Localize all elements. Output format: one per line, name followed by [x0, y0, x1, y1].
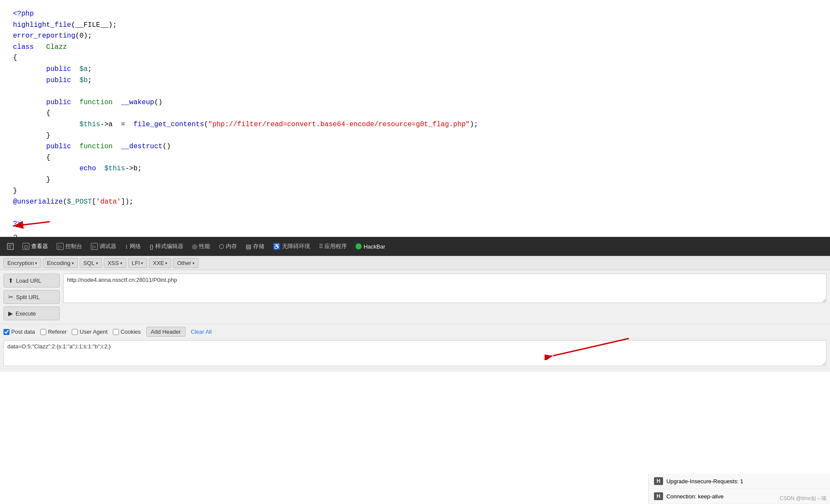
xss-chevron: ▾ — [120, 261, 122, 265]
error-fn: error_reporting — [13, 32, 75, 40]
referer-check[interactable] — [40, 329, 46, 335]
console-icon: ▷ — [57, 243, 64, 250]
post-data-check[interactable] — [3, 329, 10, 335]
class-keyword: class — [13, 43, 34, 51]
execute-button[interactable]: ▶ Execute — [3, 306, 60, 320]
storage-label: 存储 — [253, 242, 264, 250]
devtools-tab-console[interactable]: ▷ 控制台 — [53, 241, 86, 252]
url-input[interactable] — [63, 274, 827, 303]
lfi-menu[interactable]: LFI ▾ — [128, 258, 147, 268]
post-data-checkbox[interactable]: Post data — [3, 329, 35, 335]
php-close-tag: ?> — [13, 220, 21, 228]
highlight-fn: highlight_file — [13, 21, 71, 29]
style-icon: {} — [150, 243, 154, 250]
post-data-input[interactable] — [3, 340, 827, 366]
devtools-inspector-icon[interactable] — [3, 241, 17, 252]
clear-all-link[interactable]: Clear All — [191, 329, 212, 335]
load-url-icon: ⬆ — [8, 277, 13, 284]
hackbar-menu: Encryption ▾ Encoding ▾ SQL ▾ XSS ▾ LFI … — [0, 256, 830, 270]
action-buttons: ⬆ Load URL ✂ Split URL ▶ Execute — [3, 274, 60, 320]
header-badge-1: H — [654, 477, 663, 485]
destruct-fn: __destruct — [121, 143, 163, 150]
sql-menu[interactable]: SQL ▾ — [80, 258, 102, 268]
devtools-tab-viewer[interactable]: ◻ 查看器 — [19, 241, 51, 252]
cookies-check[interactable] — [113, 329, 119, 335]
hackbar-label: HackBar — [364, 243, 385, 250]
perf-label: 性能 — [199, 242, 210, 250]
user-agent-check[interactable] — [72, 329, 78, 335]
devtools-tab-performance[interactable]: ◎ 性能 — [189, 241, 214, 252]
wakeup-fn: __wakeup — [121, 99, 154, 106]
devtools-toolbar: ◻ 查看器 ▷ 控制台 ▷ 调试器 ↕ 网络 {} 样式编辑器 ◎ 性能 ⬡ 内… — [0, 237, 830, 256]
network-icon: ↕ — [125, 243, 128, 250]
storage-icon: ▤ — [246, 243, 251, 250]
viewer-label: 查看器 — [31, 242, 48, 250]
output-value: 2 — [13, 232, 817, 237]
encoding-menu[interactable]: Encoding ▾ — [43, 258, 77, 268]
debugger-icon: ▷ — [91, 243, 98, 250]
function-keyword-2: function — [80, 143, 113, 150]
class-name: Clazz — [46, 43, 67, 51]
other-chevron: ▾ — [192, 261, 195, 265]
execute-icon: ▶ — [8, 310, 13, 317]
string-value: "php://filter/read=convert.base64-encode… — [208, 121, 470, 128]
open-brace: { — [13, 54, 17, 62]
devtools-tab-network[interactable]: ↕ 网络 — [122, 241, 144, 252]
user-agent-checkbox[interactable]: User Agent — [72, 329, 107, 335]
hackbar-main: ⬆ Load URL ✂ Split URL ▶ Execute — [0, 270, 830, 324]
network-label: 网络 — [130, 242, 141, 250]
memory-label: 内存 — [226, 242, 237, 250]
csdn-watermark: CSDN @time如～嗦 — [780, 495, 827, 502]
encoding-chevron: ▾ — [72, 261, 74, 265]
devtools-tab-accessibility[interactable]: ♿ 无障碍环境 — [269, 241, 314, 252]
split-url-button[interactable]: ✂ Split URL — [3, 290, 60, 304]
function-keyword: function — [80, 99, 113, 106]
header-badge-2: H — [654, 492, 663, 500]
perf-icon: ◎ — [192, 243, 197, 250]
devtools-tab-debugger[interactable]: ▷ 调试器 — [87, 241, 120, 252]
devtools-tab-application[interactable]: ⠿ 应用程序 — [315, 241, 350, 252]
style-label: 样式编辑器 — [155, 242, 183, 250]
url-area — [63, 274, 827, 320]
accessibility-icon: ♿ — [273, 243, 280, 250]
application-icon: ⠿ — [319, 243, 323, 250]
code-display: <?php highlight_file(__FILE__); error_re… — [0, 0, 830, 237]
debugger-label: 调试器 — [99, 242, 116, 250]
devtools-tab-memory[interactable]: ⬡ 内存 — [215, 241, 240, 252]
hackbar-panel: Encryption ▾ Encoding ▾ SQL ▾ XSS ▾ LFI … — [0, 256, 830, 372]
php-open-tag: <?php — [13, 10, 34, 18]
hackbar-icon — [356, 243, 362, 249]
post-data-area — [0, 338, 830, 372]
encryption-menu[interactable]: Encryption ▾ — [3, 258, 41, 268]
sql-chevron: ▾ — [96, 261, 98, 265]
xxe-chevron: ▾ — [165, 261, 167, 265]
devtools-tab-style-editor[interactable]: {} 样式编辑器 — [146, 241, 187, 252]
viewer-icon: ◻ — [22, 243, 29, 250]
referer-checkbox[interactable]: Referer — [40, 329, 67, 335]
load-url-button[interactable]: ⬆ Load URL — [3, 274, 60, 287]
header-row-1: H Upgrade-Insecure-Requests: 1 — [649, 474, 830, 489]
application-label: 应用程序 — [324, 242, 347, 250]
console-label: 控制台 — [65, 242, 82, 250]
xss-menu[interactable]: XSS ▾ — [104, 258, 126, 268]
devtools-tab-storage[interactable]: ▤ 存储 — [242, 241, 268, 252]
split-url-icon: ✂ — [8, 293, 13, 300]
hackbar-tab[interactable]: HackBar — [352, 242, 389, 252]
cookies-checkbox[interactable]: Cookies — [113, 329, 141, 335]
header-value-2: Connection: keep-alive — [667, 493, 724, 500]
checkbox-row: Post data Referer User Agent Cookies Add… — [0, 324, 830, 338]
add-header-button[interactable]: Add Header — [146, 327, 186, 337]
xxe-menu[interactable]: XXE ▾ — [149, 258, 171, 268]
encryption-chevron: ▾ — [35, 261, 37, 265]
other-menu[interactable]: Other ▾ — [173, 258, 199, 268]
header-value-1: Upgrade-Insecure-Requests: 1 — [667, 478, 743, 485]
memory-icon: ⬡ — [219, 243, 224, 250]
accessibility-label: 无障碍环境 — [282, 242, 310, 250]
lfi-chevron: ▾ — [141, 261, 143, 265]
